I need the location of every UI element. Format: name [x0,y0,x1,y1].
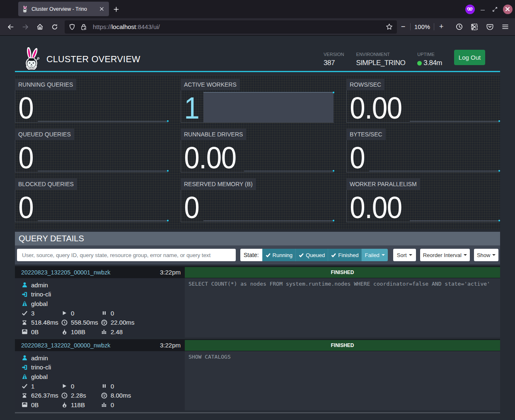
stat-value: 0 [15,197,33,219]
query-source: trino-cli [31,364,51,371]
tab-close-icon[interactable] [97,5,106,13]
url-bar[interactable]: https://localhost:8443/ui/ [65,20,397,34]
reload-button[interactable] [48,20,61,34]
forward-button[interactable] [19,20,32,34]
zoom-level[interactable]: 100% [413,24,432,30]
window-minimize-button[interactable] [481,10,485,11]
toolbar-icons [450,20,512,34]
uptime-status-dot [417,61,422,66]
menu-icon[interactable] [498,20,512,34]
resource-group-icon [21,373,28,380]
environment-value: SIMPLE_TRINO [356,59,406,67]
queued-splits: 0 [111,383,114,390]
stat-tile-blocked-queries: BLOCKED QUERIES 0 [15,178,168,222]
running-splits-icon [61,383,68,389]
back-button[interactable] [4,20,17,34]
stat-label: ACTIVE WORKERS [181,79,240,90]
query-user: admin [31,354,48,362]
source-icon [21,291,28,298]
state-filter-failed-dropdown[interactable]: Failed [361,249,387,261]
show-dropdown[interactable]: Show [474,249,499,261]
home-button[interactable] [33,20,46,34]
cluster-stats: RUNNING QUERIES 0 ACTIVE WORKERS 1 ROWS/… [15,75,500,229]
query-search-input[interactable] [17,249,236,261]
running-splits: 0 [71,383,74,390]
completed-splits: 3 [31,310,34,317]
state-filter-group: State: Running Queued Finished Failed [240,249,388,261]
peak-memory: 118B [71,401,85,408]
query-stats-panel: admin trino-cli global 3 0 0 518.48ms 55… [15,278,185,337]
check-icon [266,252,271,257]
sparkline [38,142,168,172]
state-filter-finished[interactable]: Finished [328,249,361,261]
zoom-in-button[interactable]: + [436,22,446,31]
uptime-label: UPTIME [417,52,442,57]
state-filter-running[interactable]: Running [262,249,295,261]
reorder-interval-dropdown[interactable]: Reorder Interval [420,249,470,261]
query-source: trino-cli [31,291,51,298]
state-filter-queued[interactable]: Queued [295,249,328,261]
query-time: 3:22pm [160,269,181,276]
stat-value: 0.00 [347,97,402,119]
query-row-header: 20220823_132205_00001_nwbzk 3:22pm FINIS… [15,266,500,278]
trino-logo [23,47,40,70]
query-row: 20220823_132205_00001_nwbzk 3:22pm FINIS… [15,266,500,337]
wall-time-icon [21,392,28,399]
query-id-link[interactable]: 20220823_132205_00001_nwbzk [21,269,110,276]
version-label: VERSION [324,52,344,57]
screenshot-icon[interactable] [468,20,481,34]
bookmark-star-icon[interactable] [386,23,393,30]
current-memory-icon [21,328,28,335]
elapsed-time: 2.28s [71,392,86,399]
window-close-button[interactable] [503,5,513,14]
query-sql-text: SHOW CATALOGS [185,351,500,410]
stat-tile-queued-queries: QUEUED QUERIES 0 [15,129,168,172]
stats-row: BLOCKED QUERIES 0 RESERVED MEMORY (B) 0 … [15,178,500,222]
query-stats-panel: admin trino-cli global 1 0 0 626.37ms 2.… [15,351,185,410]
elapsed-time-icon [61,319,68,326]
check-icon [331,252,336,257]
browser-tab[interactable]: Cluster Overview - Trino [18,2,109,16]
cpu-time-icon [101,392,107,399]
queued-splits-icon [101,383,107,389]
stat-value: 1 [181,97,199,119]
logout-button[interactable]: Log Out [454,50,485,65]
history-icon[interactable] [452,20,466,34]
cumulative-memory-icon [101,328,107,335]
sparkline [410,192,499,222]
cpu-time-icon [101,319,107,326]
stat-tile-active-workers: ACTIVE WORKERS 1 [181,79,334,123]
query-list-divider [15,412,500,413]
stat-label: WORKER PARALLELISM [346,178,420,190]
stat-tile-worker-parallelism: WORKER PARALLELISM 0.00 [346,178,500,222]
stat-label: RUNNABLE DRIVERS [181,129,246,140]
stat-tile-rows-sec: ROWS/SEC 0.00 [346,79,500,123]
pocket-icon[interactable] [483,20,496,34]
query-row-body: admin trino-cli global 1 0 0 626.37ms 2.… [15,351,500,410]
sparkline [38,192,168,222]
stat-tile-bytes-sec: BYTES/SEC 0 [346,129,500,172]
running-splits-icon [61,310,68,316]
query-status-bar: FINISHED [185,340,500,351]
cumulative-memory: 0 [111,401,114,408]
zoom-controls: − 100% + [398,22,446,31]
lock-warning-icon[interactable] [80,24,87,30]
tracking-protection-icon[interactable] [69,24,75,30]
header-meta: VERSION 387 ENVIRONMENT SIMPLE_TRINO UPT… [324,50,500,69]
completed-splits-icon [21,310,28,316]
stat-label: BYTES/SEC [346,129,386,140]
sort-dropdown[interactable]: Sort [393,249,416,261]
query-id-link[interactable]: 20220823_132202_00000_nwbzk [21,342,110,349]
wall-time: 626.37ms [31,392,58,399]
new-tab-button[interactable] [110,3,122,15]
zoom-out-button[interactable]: − [398,22,408,31]
url-text[interactable]: https://localhost:8443/ui/ [93,23,160,30]
sparkline [244,142,334,172]
source-icon [21,364,28,371]
uptime-value: 3.84m [417,59,442,67]
page-title: CLUSTER OVERVIEW [46,54,140,65]
environment-block: ENVIRONMENT SIMPLE_TRINO [356,52,406,67]
window-restore-button[interactable] [492,7,498,12]
trino-page: CLUSTER OVERVIEW VERSION 387 ENVIRONMENT… [0,36,515,420]
stats-row: QUEUED QUERIES 0 RUNNABLE DRIVERS 0.00 B… [15,129,500,172]
